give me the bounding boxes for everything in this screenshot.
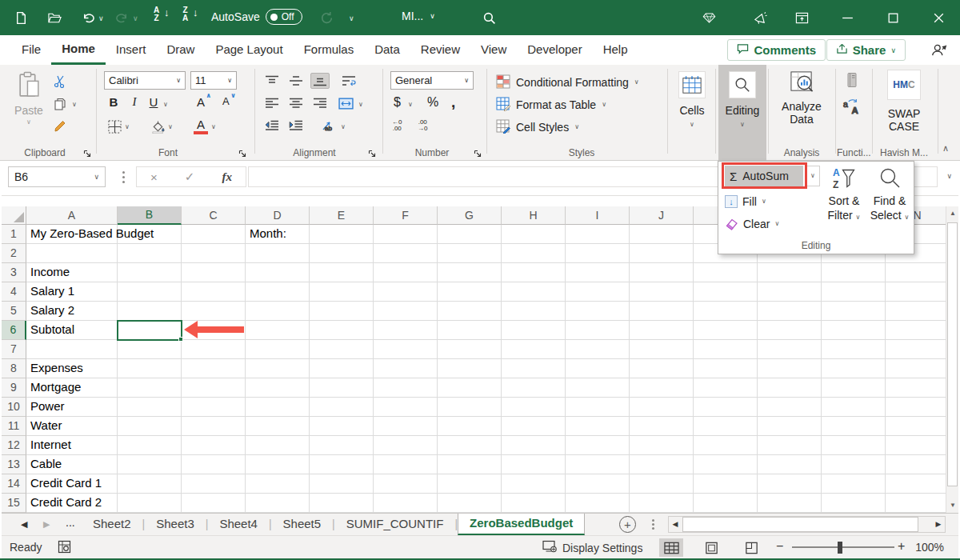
cell-I8[interactable] [566, 359, 630, 378]
comments-button[interactable]: Comments [727, 39, 826, 61]
cell-J7[interactable] [630, 340, 694, 359]
copy-chevron[interactable]: ∨ [72, 102, 77, 108]
cell-H8[interactable] [502, 359, 566, 378]
align-middle-button[interactable] [286, 73, 306, 89]
expand-formula-bar-chevron[interactable]: ∨ [946, 172, 952, 180]
scroll-up-arrow[interactable]: ▲ [946, 206, 959, 221]
cell-N15[interactable] [886, 494, 946, 513]
fill-button[interactable]: ↓ Fill ∨ [725, 193, 766, 210]
normal-view-button[interactable] [659, 538, 683, 557]
cell-E15[interactable] [310, 494, 374, 513]
cell-H2[interactable] [502, 244, 566, 263]
column-header-D[interactable]: D [246, 206, 310, 225]
cell-E12[interactable] [310, 436, 374, 455]
cell-A3[interactable]: Income [26, 263, 118, 282]
cell-I11[interactable] [566, 417, 630, 436]
cell-G12[interactable] [438, 436, 502, 455]
cell-C11[interactable] [182, 417, 246, 436]
cell-C3[interactable] [182, 263, 246, 282]
cell-A13[interactable]: Cable [26, 455, 118, 474]
ribbon-tab-formulas[interactable]: Formulas [294, 35, 365, 65]
cell-L4[interactable] [758, 282, 822, 302]
row-header-4[interactable]: 4 [2, 282, 26, 302]
cell-N10[interactable] [886, 398, 946, 417]
cell-H3[interactable] [502, 263, 566, 282]
cell-K15[interactable] [694, 494, 758, 513]
cell-D12[interactable] [246, 436, 310, 455]
sort-filter-button[interactable]: AZ Sort &Filter ∨ [819, 166, 869, 222]
underline-chevron[interactable]: ∨ [163, 102, 168, 108]
new-file-icon[interactable] [13, 10, 29, 26]
ribbon-tab-home[interactable]: Home [51, 35, 106, 65]
borders-button[interactable] [106, 118, 123, 135]
row-header-9[interactable]: 9 [2, 378, 26, 398]
share-button[interactable]: Share ∨ [826, 39, 906, 61]
cell-I3[interactable] [566, 263, 630, 282]
cell-L12[interactable] [758, 436, 822, 455]
cell-I13[interactable] [566, 455, 630, 474]
cell-I5[interactable] [566, 302, 630, 321]
cell-J2[interactable] [630, 244, 694, 263]
ribbon-tab-view[interactable]: View [470, 35, 517, 65]
cell-N6[interactable] [886, 321, 946, 340]
zoom-level[interactable]: 100% [915, 541, 944, 554]
cell-B3[interactable] [118, 263, 182, 282]
cell-G4[interactable] [438, 282, 502, 302]
diamond-icon[interactable] [699, 10, 718, 26]
cell-B15[interactable] [118, 494, 182, 513]
sheet-tab-sheet3[interactable]: Sheet3 [145, 514, 206, 535]
cell-F3[interactable] [374, 263, 438, 282]
cell-E8[interactable] [310, 359, 374, 378]
column-header-B[interactable]: B [118, 206, 182, 225]
macro-record-icon[interactable] [58, 540, 71, 556]
cell-J12[interactable] [630, 436, 694, 455]
cell-G15[interactable] [438, 494, 502, 513]
horizontal-scroll-thumb[interactable] [682, 517, 918, 532]
column-header-H[interactable]: H [502, 206, 566, 225]
sheet-tab-sheet4[interactable]: Sheet4 [208, 514, 269, 535]
increase-font-button[interactable]: A∧ [197, 95, 205, 109]
cell-F8[interactable] [374, 359, 438, 378]
cell-A7[interactable] [26, 340, 118, 359]
zoom-slider-thumb[interactable] [838, 542, 842, 554]
cell-D15[interactable] [246, 494, 310, 513]
cell-L11[interactable] [758, 417, 822, 436]
cell-C10[interactable] [182, 398, 246, 417]
cell-H1[interactable] [502, 225, 566, 244]
cell-M7[interactable] [822, 340, 886, 359]
cell-A12[interactable]: Internet [26, 436, 118, 455]
cell-M5[interactable] [822, 302, 886, 321]
cell-L6[interactable] [758, 321, 822, 340]
format-painter-button[interactable] [51, 118, 69, 135]
cell-I12[interactable] [566, 436, 630, 455]
clipboard-dialog-launcher[interactable] [83, 148, 92, 157]
merge-center-button[interactable] [336, 95, 355, 111]
cell-N14[interactable] [886, 474, 946, 494]
cell-J1[interactable] [630, 225, 694, 244]
cell-L7[interactable] [758, 340, 822, 359]
increase-indent-button[interactable] [286, 118, 306, 134]
cell-I14[interactable] [566, 474, 630, 494]
cell-C7[interactable] [182, 340, 246, 359]
cell-K3[interactable] [694, 263, 758, 282]
clear-button[interactable]: Clear ∨ [725, 215, 779, 233]
column-header-I[interactable]: I [566, 206, 630, 225]
scroll-down-arrow[interactable]: ▼ [946, 498, 959, 513]
vertical-scrollbar[interactable]: ▲ ▼ [946, 206, 958, 513]
zoom-out-button[interactable]: − [776, 539, 783, 554]
orientation-button[interactable]: ab [318, 118, 338, 134]
cell-F10[interactable] [374, 398, 438, 417]
cell-A9[interactable]: Mortgage [26, 378, 118, 398]
cell-E7[interactable] [310, 340, 374, 359]
cell-L13[interactable] [758, 455, 822, 474]
cell-D11[interactable] [246, 417, 310, 436]
cell-K11[interactable] [694, 417, 758, 436]
cell-M15[interactable] [822, 494, 886, 513]
row-header-2[interactable]: 2 [2, 244, 26, 263]
row-header-6[interactable]: 6 [2, 321, 26, 340]
cell-styles-button[interactable]: Cell Styles∨ [496, 117, 680, 138]
cell-B6[interactable] [118, 321, 182, 340]
cell-C8[interactable] [182, 359, 246, 378]
cell-C1[interactable] [182, 225, 246, 244]
cell-F11[interactable] [374, 417, 438, 436]
